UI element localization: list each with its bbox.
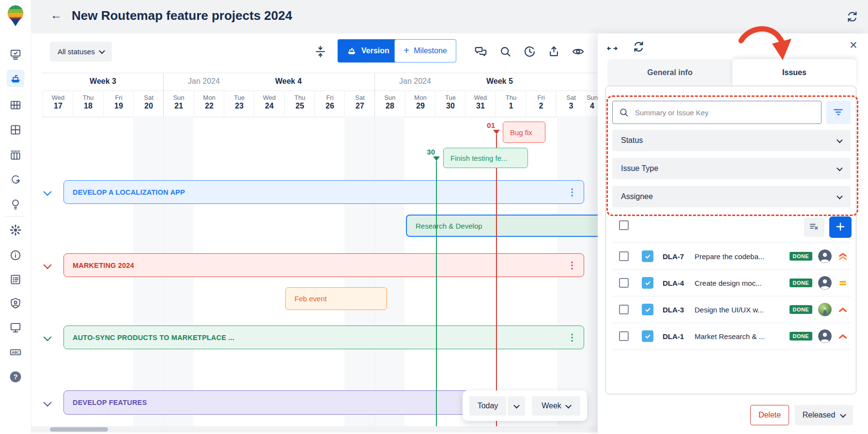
- back-button[interactable]: ←: [47, 8, 65, 22]
- group-expand-chevron[interactable]: [44, 261, 52, 269]
- priority-highest-icon: [837, 250, 849, 262]
- today-button[interactable]: Today: [469, 396, 506, 416]
- issue-row[interactable]: DLA-3 Design the UI/UX w... DONE: [612, 296, 851, 323]
- sidebar-item-versions[interactable]: [7, 70, 24, 87]
- expand-horizontal-icon: [606, 44, 619, 53]
- kebab-menu-icon[interactable]: ⋮: [568, 187, 577, 197]
- export-icon: [547, 45, 560, 58]
- sidebar-divider: [6, 216, 25, 217]
- refresh-panel-button[interactable]: [632, 40, 645, 53]
- select-all-checkbox[interactable]: [619, 220, 629, 230]
- filter-button[interactable]: [826, 101, 851, 124]
- comments-button[interactable]: [472, 43, 489, 60]
- sidebar-item-table[interactable]: [7, 96, 24, 114]
- sidebar-item-board-columns[interactable]: [7, 146, 24, 164]
- week-group: Jan 2024 Week 4: [163, 73, 375, 91]
- sidebar-item-info[interactable]: [7, 247, 24, 264]
- add-milestone-button[interactable]: + Milestone: [394, 39, 456, 62]
- gantt-task-feb-event[interactable]: Feb event: [285, 287, 387, 310]
- filter-issue-type-dropdown[interactable]: Issue Type: [612, 158, 851, 179]
- issue-checkbox[interactable]: [619, 251, 629, 261]
- gear-icon: [9, 224, 22, 236]
- milestone-marker-icon[interactable]: [433, 156, 440, 161]
- week-label: Week 3: [43, 77, 163, 86]
- delete-button[interactable]: Delete: [750, 405, 789, 425]
- day-cell: Mon29: [405, 91, 435, 117]
- sidebar-item-matrix[interactable]: [7, 121, 24, 139]
- day-cell: Sun28: [374, 91, 405, 117]
- group-expand-chevron[interactable]: [44, 399, 52, 407]
- zoom-range-dropdown[interactable]: Week: [532, 396, 580, 416]
- status-filter-dropdown[interactable]: All statuses: [50, 42, 112, 62]
- close-panel-button[interactable]: ×: [847, 38, 860, 52]
- day-cell: Tue30: [435, 91, 465, 117]
- group-expand-chevron[interactable]: [44, 333, 52, 341]
- page-title: New Routemap feature projects 2024: [72, 8, 292, 23]
- filter-assignee-dropdown[interactable]: Assignee: [612, 186, 851, 207]
- gantt-group-auto-sync[interactable]: AUTO-SYNC PRODUCTS TO MARKETPLACE ... ⋮: [63, 326, 584, 349]
- sidebar-item-release-notes[interactable]: [7, 271, 24, 288]
- issue-row[interactable]: DLA-4 Create design moc... DONE: [612, 270, 851, 296]
- day-cell: Sat3: [556, 91, 586, 117]
- sidebar-item-display[interactable]: [7, 319, 24, 336]
- search-button[interactable]: [497, 43, 513, 60]
- status-badge: DONE: [790, 305, 812, 314]
- export-button[interactable]: [545, 43, 562, 60]
- filter-status-dropdown[interactable]: Status: [612, 130, 851, 151]
- refresh-button[interactable]: [844, 8, 860, 25]
- issue-summary: Prepare the codeba...: [695, 252, 790, 261]
- horizontal-scrollbar[interactable]: [31, 426, 598, 433]
- tab-issues[interactable]: Issues: [732, 59, 856, 86]
- divider: [612, 242, 851, 243]
- priority-medium-icon: [837, 277, 849, 289]
- group-expand-chevron[interactable]: [44, 188, 52, 196]
- milestone-pill-finish-testing[interactable]: Finish testing fe...: [443, 148, 528, 168]
- day-cell: Wed24: [254, 91, 284, 117]
- expand-panel-button[interactable]: [605, 43, 619, 54]
- day-cell: Thu18: [73, 91, 103, 117]
- issue-checkbox[interactable]: [619, 278, 629, 288]
- list-details-icon: [9, 273, 22, 286]
- sidebar-item-glossary[interactable]: ABC: [7, 343, 24, 361]
- chevron-down-icon: [513, 402, 520, 408]
- issue-row[interactable]: DLA-1 Market Research & ... DONE: [612, 323, 851, 350]
- top-header-bar: ← New Routemap feature projects 2024: [0, 0, 868, 33]
- sidebar-item-sprints[interactable]: [7, 170, 24, 188]
- issue-search-input[interactable]: [634, 108, 815, 117]
- scrollbar-thumb[interactable]: [50, 427, 108, 432]
- status-badge: DONE: [790, 279, 812, 287]
- today-dropdown-button[interactable]: [508, 396, 525, 416]
- task-label: Research & Develop: [416, 222, 482, 230]
- month-label: Jan 2024: [399, 77, 431, 86]
- sidebar-item-ideas[interactable]: [7, 195, 24, 213]
- kebab-menu-icon[interactable]: ⋮: [568, 333, 577, 342]
- issue-row[interactable]: DLA-7 Prepare the codeba... DONE: [612, 243, 851, 270]
- sidebar-item-boards[interactable]: [7, 46, 24, 63]
- task-type-icon: [642, 277, 653, 289]
- issue-checkbox[interactable]: [619, 305, 629, 314]
- view-settings-button[interactable]: [570, 43, 586, 60]
- clear-selection-button[interactable]: [804, 217, 824, 237]
- tab-general-info[interactable]: General info: [607, 59, 732, 86]
- history-clock-icon: [523, 45, 536, 58]
- issue-checkbox[interactable]: [619, 331, 629, 341]
- sidebar-item-permissions[interactable]: [7, 294, 24, 312]
- sidebar-item-help[interactable]: ?: [7, 368, 24, 386]
- add-version-button[interactable]: Version: [338, 39, 398, 62]
- kebab-menu-icon[interactable]: ⋮: [568, 261, 577, 270]
- sidebar-item-settings[interactable]: [7, 221, 24, 239]
- app-logo[interactable]: [5, 4, 26, 27]
- released-status-dropdown[interactable]: Released: [795, 405, 853, 425]
- day-cell: Sun4: [586, 91, 598, 117]
- gantt-task-research-develop[interactable]: Research & Develop: [406, 215, 598, 237]
- add-issue-button[interactable]: [829, 217, 852, 238]
- issue-search-field[interactable]: [612, 101, 822, 124]
- svg-text:?: ?: [14, 373, 18, 381]
- milestone-pill-bug-fix[interactable]: Bug fix: [503, 122, 545, 143]
- milestone-marker-icon[interactable]: [493, 130, 500, 134]
- gantt-group-marketing-2024[interactable]: MARKETING 2024 ⋮: [63, 253, 584, 277]
- history-button[interactable]: [521, 43, 538, 60]
- milestone-date-label: 01: [484, 121, 495, 129]
- collapse-rows-button[interactable]: [312, 43, 328, 60]
- gantt-group-localization-app[interactable]: DEVELOP A LOCALIZATION APP ⋮: [63, 180, 584, 204]
